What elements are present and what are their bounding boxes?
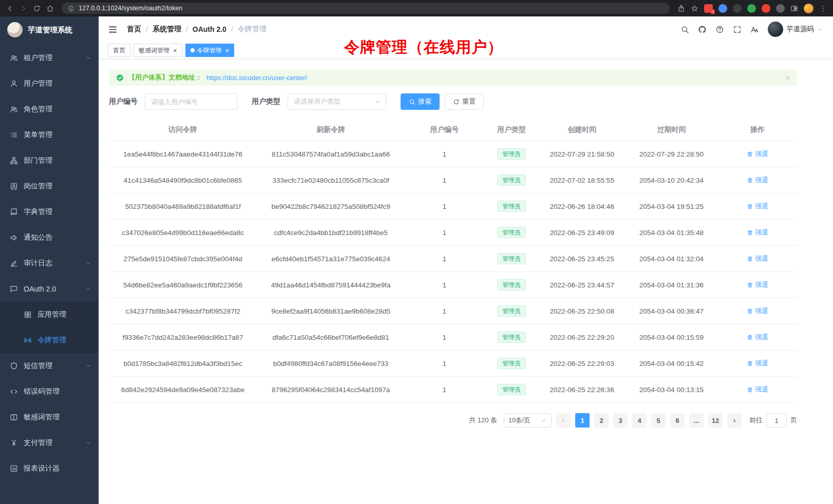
page-size-value: 10条/页 <box>508 416 530 425</box>
sidebar-item-report[interactable]: 报表设计器 <box>0 456 99 481</box>
force-logout-button[interactable]: 强退 <box>747 176 769 185</box>
pager-next-button[interactable]: › <box>727 413 742 428</box>
sidebar-item-menu[interactable]: 菜单管理 <box>0 122 99 148</box>
sidebar-item-role[interactable]: 角色管理 <box>0 96 99 122</box>
sidebar-item-notice[interactable]: 通知公告 <box>0 225 99 250</box>
extension-icon-5[interactable] <box>762 4 770 13</box>
table-row: f9336e7c7dd242a283ee98dc86b17a87dfa6c71a… <box>109 324 797 351</box>
sidebar-item-sensitive-word[interactable]: 敏感词管理 <box>0 404 99 430</box>
tab-home[interactable]: 首页 <box>108 44 130 57</box>
pager-prev-button[interactable]: ‹ <box>556 413 571 428</box>
extension-icon-1[interactable]: 0 <box>704 4 713 13</box>
hamburger-icon[interactable] <box>108 25 118 34</box>
goto-page-input[interactable] <box>766 413 787 428</box>
bookmark-star-icon[interactable] <box>691 5 698 12</box>
breadcrumb-item[interactable]: 首页 <box>127 25 141 34</box>
font-size-icon[interactable] <box>750 25 759 34</box>
tab-close-icon[interactable]: × <box>225 47 230 54</box>
page-content: 【用户体系】文档地址： https://doc.iocoder.cn/user-… <box>99 59 833 504</box>
user-menu[interactable]: 芋道源码 <box>768 22 823 37</box>
pager-page-4[interactable]: 4 <box>632 413 647 428</box>
user-type-tag: 管理员 <box>497 148 526 160</box>
force-logout-button[interactable]: 强退 <box>747 333 769 342</box>
refresh-token-cell: cdfc4ce9c2da4bb1bdf21b9918ff4be5 <box>257 220 405 246</box>
sidebar-item-oauth2-app[interactable]: 应用管理 <box>0 302 99 327</box>
pager-more-button[interactable]: ... <box>689 413 704 428</box>
table-row: 502375b8040a469a9b82188afdf6af1fbe90422b… <box>109 193 797 220</box>
breadcrumb-separator: / <box>231 25 233 33</box>
pager-page-5[interactable]: 5 <box>651 413 666 428</box>
pager-page-6[interactable]: 6 <box>670 413 685 428</box>
home-icon[interactable] <box>46 5 54 12</box>
site-info-icon[interactable] <box>68 5 74 12</box>
search-icon[interactable] <box>680 25 689 34</box>
force-logout-button[interactable]: 强退 <box>747 149 769 159</box>
app-logo[interactable]: 芋道管理系统 <box>0 16 99 43</box>
sidebar-item-dict[interactable]: 字典管理 <box>0 199 99 225</box>
sidebar-item-post[interactable]: 岗位管理 <box>0 173 99 199</box>
force-logout-button[interactable]: 强退 <box>747 280 769 289</box>
force-logout-button[interactable]: 强退 <box>747 385 769 394</box>
pager-page-3[interactable]: 3 <box>613 413 628 428</box>
reload-icon[interactable] <box>33 5 41 12</box>
url-bar[interactable]: 127.0.0.1:1024/system/oauth2/token <box>62 3 670 14</box>
reset-button[interactable]: 重置 <box>445 93 484 110</box>
total-count: 共 120 条 <box>469 416 497 425</box>
force-logout-button[interactable]: 强退 <box>747 306 769 316</box>
help-icon[interactable] <box>715 25 724 34</box>
extension-icon-4[interactable] <box>747 4 756 13</box>
user-type-tag: 管理员 <box>497 332 526 343</box>
share-icon[interactable] <box>677 5 685 12</box>
doc-link[interactable]: https://doc.iocoder.cn/user-center/ <box>206 74 307 82</box>
sidebar-item-dept[interactable]: 部门管理 <box>0 148 99 173</box>
tab-sensitive-word[interactable]: 敏感词管理× <box>134 44 182 57</box>
force-logout-button[interactable]: 强退 <box>747 359 769 368</box>
extension-icon-2[interactable] <box>718 4 727 13</box>
sidebar-item-tenant[interactable]: 租户管理 <box>0 45 99 71</box>
breadcrumb-item[interactable]: 系统管理 <box>153 25 181 34</box>
sidebar-item-label: 通知公告 <box>24 233 91 242</box>
browser-menu-icon[interactable] <box>819 5 827 12</box>
sidebar-item-label: 错误码管理 <box>24 387 91 396</box>
search-button[interactable]: 搜索 <box>401 93 440 110</box>
extension-icon-6[interactable] <box>776 4 785 13</box>
github-icon[interactable] <box>698 25 707 34</box>
breadcrumb-item[interactable]: OAuth 2.0 <box>193 25 226 33</box>
browser-profile-avatar[interactable] <box>804 4 813 13</box>
sidebar-item-sms[interactable]: 短信管理 <box>0 353 99 379</box>
sidebar-item-pay[interactable]: 支付管理 <box>0 430 99 456</box>
pager-page-1[interactable]: 1 <box>575 413 590 428</box>
user-id-cell: 1 <box>405 377 484 403</box>
tab-oauth2-token[interactable]: 令牌管理× <box>185 44 235 57</box>
access-token-cell: 1ea5e44f8bc1467aaede43144f31de76 <box>109 141 257 167</box>
sidebar-item-user[interactable]: 用户管理 <box>0 71 99 96</box>
expire-time-cell: 2022-07-29 22:28:50 <box>625 141 718 167</box>
user-type-select[interactable]: 请选择用户类型 <box>288 93 386 110</box>
extension-icon-3[interactable] <box>733 4 742 13</box>
forward-icon[interactable] <box>20 5 27 12</box>
back-icon[interactable] <box>6 5 14 12</box>
extension-badge: 0 <box>711 9 715 14</box>
user-id-input[interactable] <box>145 93 237 110</box>
expire-time-cell: 2054-03-04 00:15:59 <box>625 324 718 351</box>
fullscreen-icon[interactable] <box>733 25 742 34</box>
force-logout-button[interactable]: 强退 <box>747 228 769 237</box>
pager-page-12[interactable]: 12 <box>708 413 723 428</box>
column-header: 用户编号 <box>405 119 484 141</box>
sidebar-item-audit-log[interactable]: 审计日志 <box>0 250 99 276</box>
sidebar-item-oauth2-token[interactable]: 令牌管理 <box>0 327 99 353</box>
force-logout-button[interactable]: 强退 <box>747 202 769 211</box>
user-avatar <box>768 22 783 37</box>
split-view-icon[interactable] <box>790 5 798 12</box>
pager-page-2[interactable]: 2 <box>594 413 609 428</box>
tab-label: 首页 <box>113 46 125 55</box>
page-size-select[interactable]: 10条/页 <box>504 413 552 428</box>
tab-close-icon[interactable]: × <box>173 47 177 54</box>
table-row: 275e5de9151045fe87cbdc395e004f4de6cfd40e… <box>109 246 797 272</box>
sidebar-item-error-code[interactable]: 错误码管理 <box>0 379 99 404</box>
force-logout-button[interactable]: 强退 <box>747 254 769 263</box>
pager-pages: 123456...12 <box>575 413 723 428</box>
sidebar-item-oauth2[interactable]: OAuth 2.0 <box>0 276 99 302</box>
alert-close-icon[interactable]: × <box>785 74 790 82</box>
trash-icon <box>747 360 753 367</box>
